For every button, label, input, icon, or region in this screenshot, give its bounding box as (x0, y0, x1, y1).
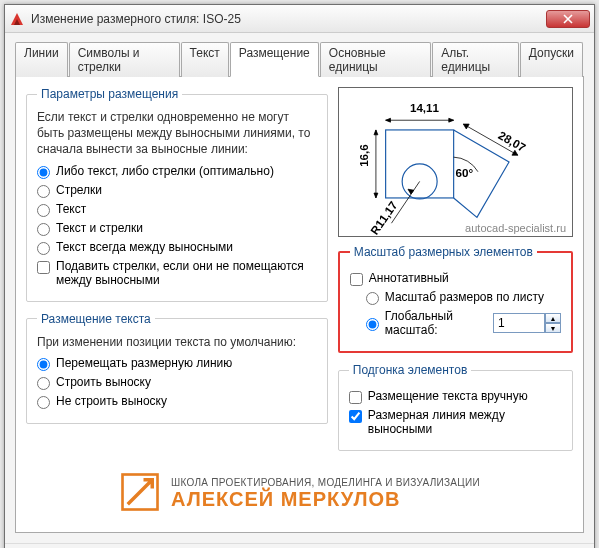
logo-area: ШКОЛА ПРОЕКТИРОВАНИЯ, МОДЕЛИНГА И ВИЗУАЛ… (26, 465, 573, 522)
group-fine-tuning: Подгонка элементов Размещение текста вру… (338, 363, 573, 451)
close-button[interactable] (546, 10, 590, 28)
text-placement-desc: При изменении позиции текста по умолчани… (37, 334, 317, 350)
legend-scale: Масштаб размерных элементов (350, 245, 537, 259)
legend-fit: Параметры размещения (37, 87, 182, 101)
svg-text:14,11: 14,11 (410, 101, 440, 114)
annotative-checkbox[interactable] (350, 273, 363, 286)
dimline-checkbox[interactable] (349, 410, 362, 423)
fit-radio-4[interactable] (37, 242, 50, 255)
fit-radio-0[interactable] (37, 166, 50, 179)
svg-text:60°: 60° (455, 166, 473, 179)
titlebar: Изменение размерного стиля: ISO-25 (5, 5, 594, 33)
logo-icon (119, 471, 161, 516)
tab-0[interactable]: Линии (15, 42, 68, 77)
scale-layout-radio[interactable] (366, 292, 379, 305)
legend-text-placement: Размещение текста (37, 312, 155, 326)
annotative-label: Аннотативный (369, 271, 449, 285)
scale-layout-label: Масштаб размеров по листу (385, 290, 544, 304)
client-area: ЛинииСимволы и стрелкиТекстРазмещениеОсн… (5, 33, 594, 543)
global-scale-up[interactable]: ▲ (545, 313, 561, 323)
tab-3[interactable]: Размещение (230, 42, 319, 77)
group-text-placement: Размещение текста При изменении позиции … (26, 312, 328, 424)
button-bar: ОК Отмена Справка (5, 543, 594, 548)
legend-fine: Подгонка элементов (349, 363, 471, 377)
tab-5[interactable]: Альт. единицы (432, 42, 519, 77)
group-scale: Масштаб размерных элементов Аннотативный… (338, 245, 573, 353)
app-icon (9, 11, 25, 27)
fit-radio-label-4: Текст всегда между выносными (56, 240, 233, 254)
fit-radio-label-2: Текст (56, 202, 86, 216)
tab-body: Параметры размещения Если текст и стрелк… (15, 77, 584, 533)
manual-text-checkbox[interactable] (349, 391, 362, 404)
fit-desc: Если текст и стрелки одновременно не мог… (37, 109, 317, 158)
logo-line1: ШКОЛА ПРОЕКТИРОВАНИЯ, МОДЕЛИНГА И ВИЗУАЛ… (171, 477, 480, 488)
dialog-window: Изменение размерного стиля: ISO-25 Линии… (4, 4, 595, 548)
scale-global-label: Глобальный масштаб: (385, 309, 493, 337)
dimline-label: Размерная линия между выносными (368, 408, 562, 436)
logo-line2: АЛЕКСЕЙ МЕРКУЛОВ (171, 488, 480, 511)
tp-radio-2[interactable] (37, 396, 50, 409)
svg-text:16,6: 16,6 (357, 144, 370, 167)
tab-6[interactable]: Допуски (520, 42, 583, 77)
tab-4[interactable]: Основные единицы (320, 42, 431, 77)
tab-strip: ЛинииСимволы и стрелкиТекстРазмещениеОсн… (15, 41, 584, 77)
suppress-arrows-label: Подавить стрелки, если они не помещаются… (56, 259, 317, 287)
fit-radio-label-1: Стрелки (56, 183, 102, 197)
fit-radio-2[interactable] (37, 204, 50, 217)
manual-text-label: Размещение текста вручную (368, 389, 528, 403)
watermark-text: autocad-specialist.ru (465, 222, 566, 234)
tp-radio-label-1: Строить выноску (56, 375, 151, 389)
svg-line-5 (391, 181, 419, 223)
fit-radio-1[interactable] (37, 185, 50, 198)
tp-radio-0[interactable] (37, 358, 50, 371)
group-fit-options: Параметры размещения Если текст и стрелк… (26, 87, 328, 302)
fit-radio-label-0: Либо текст, либо стрелки (оптимально) (56, 164, 274, 178)
window-title: Изменение размерного стиля: ISO-25 (31, 12, 546, 26)
global-scale-input[interactable] (493, 313, 545, 333)
logo-text: ШКОЛА ПРОЕКТИРОВАНИЯ, МОДЕЛИНГА И ВИЗУАЛ… (171, 477, 480, 511)
tab-2[interactable]: Текст (181, 42, 229, 77)
dimension-preview: 14,11 16,6 28,07 R11,17 60° autocad-spec… (338, 87, 573, 237)
tp-radio-label-2: Не строить выноску (56, 394, 167, 408)
scale-global-radio[interactable] (366, 318, 379, 331)
svg-text:28,07: 28,07 (496, 128, 528, 154)
fit-radio-3[interactable] (37, 223, 50, 236)
tp-radio-1[interactable] (37, 377, 50, 390)
suppress-arrows-checkbox[interactable] (37, 261, 50, 274)
svg-text:R11,17: R11,17 (367, 199, 399, 236)
fit-radio-label-3: Текст и стрелки (56, 221, 143, 235)
global-scale-down[interactable]: ▼ (545, 323, 561, 333)
tab-1[interactable]: Символы и стрелки (69, 42, 180, 77)
tp-radio-label-0: Перемещать размерную линию (56, 356, 232, 370)
